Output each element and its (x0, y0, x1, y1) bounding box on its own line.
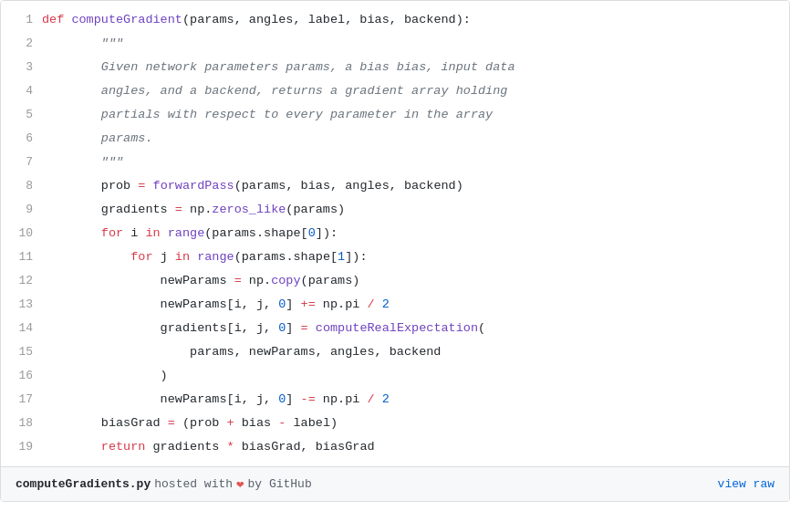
op-token: * (227, 440, 234, 454)
comment-token: """ (101, 37, 123, 50)
line-number: 4 (1, 79, 42, 103)
line-content: biasGrad = (prob + bias - label) (42, 412, 789, 435)
view-raw-link[interactable]: view raw (718, 477, 774, 491)
line-content: newParams[i, j, 0] -= np.pi / 2 (42, 388, 789, 412)
var-token: ] (286, 297, 300, 311)
table-row: 16 ) (1, 364, 789, 388)
line-number: 8 (1, 174, 42, 198)
var-token (42, 37, 101, 50)
line-content: angles, and a backend, returns a gradien… (42, 79, 789, 103)
num-token: 2 (382, 392, 390, 406)
kw-token: def (42, 13, 71, 26)
var-token: ( (478, 321, 485, 335)
line-content: """ (42, 151, 789, 174)
var-token (190, 250, 197, 264)
var-token: (prob (175, 416, 227, 430)
table-row: 7 """ (1, 151, 789, 174)
op-token: / (367, 297, 374, 311)
fn-token: range (197, 250, 234, 264)
op-token: = (234, 274, 242, 287)
kw-token: return (42, 440, 145, 454)
var-token: i (123, 226, 145, 240)
op-token: = (175, 203, 182, 216)
var-token: biasGrad (42, 416, 168, 430)
var-token: (params) (286, 203, 345, 216)
var-token: gradients (145, 440, 226, 454)
line-number: 17 (1, 388, 42, 412)
line-number: 5 (1, 103, 42, 127)
line-content: params, newParams, angles, backend (42, 340, 789, 364)
var-token: ) (42, 369, 168, 382)
var-token: newParams[i, j, (42, 392, 278, 406)
line-content: Given network parameters params, a bias … (42, 56, 789, 79)
line-number: 7 (1, 151, 42, 174)
table-row: 8 prob = forwardPass(params, bias, angle… (1, 174, 789, 198)
table-row: 4 angles, and a backend, returns a gradi… (1, 79, 789, 103)
line-content: def computeGradient(params, angles, labe… (42, 8, 789, 32)
line-content: for j in range(params.shape[1]): (42, 245, 789, 269)
line-number: 9 (1, 198, 42, 222)
by-text: by GitHub (248, 477, 312, 491)
var-token: newParams[i, j, (42, 297, 278, 311)
line-number: 14 (1, 317, 42, 340)
fn-token: forwardPass (153, 179, 234, 193)
op-token: -= (301, 392, 316, 406)
table-row: 9 gradients = np.zeros_like(params) (1, 198, 789, 222)
var-token (145, 179, 152, 193)
comment-token: """ (42, 155, 123, 169)
table-row: 11 for j in range(params.shape[1]): (1, 245, 789, 269)
kw-token: in (175, 250, 190, 264)
var-token: (params, angles, label, bias, backend): (182, 13, 471, 26)
table-row: 10 for i in range(params.shape[0]): (1, 222, 789, 245)
line-content: newParams = np.copy(params) (42, 269, 789, 293)
var-token (375, 392, 382, 406)
var-token: gradients[i, j, (42, 321, 278, 335)
num-token: 2 (382, 297, 390, 311)
line-number: 1 (1, 8, 42, 32)
line-number: 18 (1, 412, 42, 435)
line-number: 11 (1, 245, 42, 269)
var-token: ] (286, 392, 300, 406)
op-token: / (367, 392, 374, 406)
var-token: ] (286, 321, 300, 335)
table-row: 15 params, newParams, angles, backend (1, 340, 789, 364)
fn-token: zeros_like (212, 203, 286, 216)
line-number: 16 (1, 364, 42, 388)
fn-token: copy (271, 274, 300, 287)
table-row: 5 partials with respect to every paramet… (1, 103, 789, 127)
line-content: newParams[i, j, 0] += np.pi / 2 (42, 293, 789, 317)
var-token: (params, bias, angles, backend) (234, 179, 463, 193)
var-token: np.pi (316, 297, 368, 311)
line-number: 3 (1, 56, 42, 79)
line-content: partials with respect to every parameter… (42, 103, 789, 127)
line-number: 6 (1, 127, 42, 151)
table-row: 13 newParams[i, j, 0] += np.pi / 2 (1, 293, 789, 317)
line-number: 12 (1, 269, 42, 293)
hosted-text: hosted with (154, 477, 233, 491)
var-token: j (153, 250, 175, 264)
code-body: 1def computeGradient(params, angles, lab… (1, 1, 789, 466)
filename: computeGradients.py (16, 477, 151, 491)
num-token: 0 (308, 226, 316, 240)
var-token: biasGrad, biasGrad (234, 440, 375, 454)
table-row: 1def computeGradient(params, angles, lab… (1, 8, 789, 32)
var-token: np. (182, 203, 212, 216)
kw-token: in (145, 226, 160, 240)
table-row: 17 newParams[i, j, 0] -= np.pi / 2 (1, 388, 789, 412)
line-number: 15 (1, 340, 42, 364)
fn-token: range (168, 226, 205, 240)
line-content: ) (42, 364, 789, 388)
var-token: newParams (42, 274, 234, 287)
comment-token: params. (42, 131, 153, 145)
num-token: 1 (338, 250, 345, 264)
table-row: 19 return gradients * biasGrad, biasGrad (1, 435, 789, 459)
var-token: (params) (301, 274, 360, 287)
line-content: return gradients * biasGrad, biasGrad (42, 435, 789, 459)
var-token: (params.shape[ (204, 226, 307, 240)
table-row: 14 gradients[i, j, 0] = computeRealExpec… (1, 317, 789, 340)
code-container: 1def computeGradient(params, angles, lab… (0, 0, 790, 502)
fn-token: computeRealExpectation (316, 321, 478, 335)
var-token: bias (234, 416, 279, 430)
var-token: params, newParams, angles, backend (42, 345, 441, 359)
line-content: gradients = np.zeros_like(params) (42, 198, 789, 222)
